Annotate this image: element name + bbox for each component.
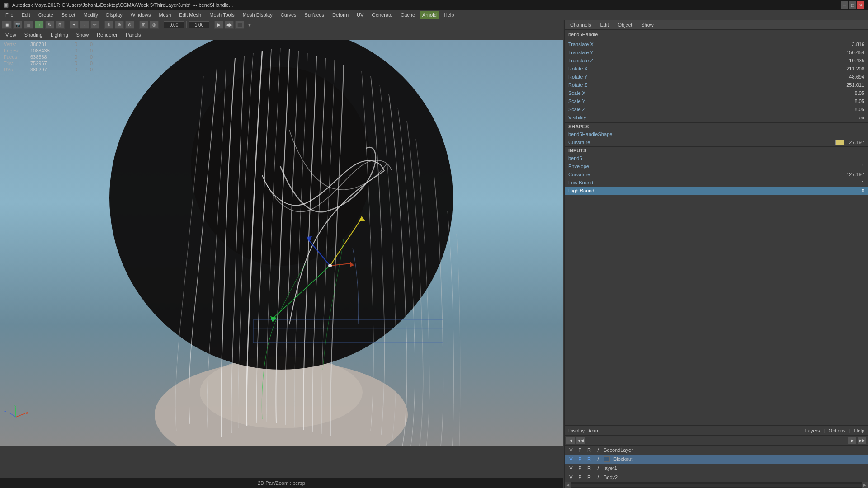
channel-visibility[interactable]: Visibility on [565,113,868,122]
scroll-left[interactable]: ◀ [565,482,571,488]
bottom-scrollbar[interactable]: ◀ ▶ [565,482,868,488]
channel-translate-z[interactable]: Translate Z -10.435 [565,56,868,65]
menu-surfaces[interactable]: Surfaces [301,11,328,19]
layer-row-body2[interactable]: V P R / Body2 [565,473,868,482]
input-curvature[interactable]: Curvature 127.197 [565,170,868,178]
layer-r-3[interactable]: R [585,465,593,471]
toolbar-btn-move[interactable]: ↕ [35,21,44,29]
input-low-bound[interactable]: Low Bound -1 [565,178,868,187]
layer-v-3[interactable]: V [567,465,575,471]
input-envelope[interactable]: Envelope 1 [565,162,868,170]
sec-renderer[interactable]: Renderer [93,31,121,38]
svg-text:x: x [26,411,28,415]
sec-view[interactable]: View [2,31,20,38]
ch-tab-show[interactable]: Show [639,21,656,28]
toolbar-btn-3[interactable]: ||| [24,21,33,29]
ch-tab-object[interactable]: Object [616,21,634,28]
input-high-bound[interactable]: High Bound 0 [565,187,868,195]
close-button[interactable]: ✕ [857,1,864,9]
toolbar-btn-select[interactable]: ✦ [70,21,79,29]
minimize-button[interactable]: ─ [841,1,848,9]
layer-tool-prev[interactable]: ◀ [566,437,575,444]
layer-tool-next[interactable]: ▶ [848,437,856,444]
layer-tool-next2[interactable]: ▶▶ [858,437,866,444]
channel-rotate-y[interactable]: Rotate Y 48.694 [565,73,868,81]
sec-lighting[interactable]: Lighting [47,31,72,38]
menu-curves[interactable]: Curves [277,11,300,19]
menu-edit[interactable]: Edit [18,11,34,19]
toolbar-btn-render2[interactable]: ◀▶ [225,21,234,29]
titlebar-controls[interactable]: ─ □ ✕ [841,1,864,9]
menu-deform[interactable]: Deform [329,11,352,19]
toolbar-btn-snap2[interactable]: ⊗ [115,21,124,29]
scroll-track[interactable] [571,484,862,487]
toolbar-btn-rotate[interactable]: ↻ [45,21,54,29]
sec-shading[interactable]: Shading [21,31,46,38]
toolbar-btn-1[interactable]: ◼ [2,21,12,29]
ch-tab-edit[interactable]: Edit [598,21,610,28]
toolbar-btn-render1[interactable]: ▶ [214,21,223,29]
layer-p-3[interactable]: P [576,465,584,471]
layer-row-blockout[interactable]: V P R / Blockout [565,455,868,464]
ch-tab-channels[interactable]: Channels [568,21,593,28]
layer-tool-prev2[interactable]: ◀◀ [576,437,585,444]
menu-create[interactable]: Create [35,11,57,19]
layer-v-1[interactable]: V [567,447,575,453]
channel-translate-x[interactable]: Translate X 3.816 [565,40,868,48]
menu-modify[interactable]: Modify [80,11,101,19]
menu-edit-mesh[interactable]: Edit Mesh [175,11,205,19]
toolbar-btn-scale[interactable]: ⊞ [56,21,65,29]
layer-r-2[interactable]: R [585,456,593,462]
toolbar-input-val1[interactable]: 0.00 [164,21,184,28]
menu-cache[interactable]: Cache [397,11,419,19]
menu-display[interactable]: Display [103,11,126,19]
layer-v-2[interactable]: V [567,456,575,462]
menu-generate[interactable]: Generate [368,11,396,19]
scroll-right[interactable]: ▶ [862,482,868,488]
channel-rotate-x[interactable]: Rotate X 211.208 [565,65,868,73]
display-tab-layers[interactable]: Layers [805,428,820,433]
toolbar-btn-render3[interactable]: ⬛ [235,21,244,29]
shapes-name-row[interactable]: bend5HandleShape [565,130,868,138]
channel-scale-x[interactable]: Scale X 8.05 [565,89,868,97]
toolbar-input-val2[interactable]: 1.00 [189,21,209,28]
menu-mesh-display[interactable]: Mesh Display [239,11,276,19]
menu-mesh-tools[interactable]: Mesh Tools [206,11,238,19]
maximize-button[interactable]: □ [849,1,856,9]
toolbar-btn-2[interactable]: 📷 [13,21,22,29]
layer-v-4[interactable]: V [567,474,575,480]
toolbar-btn-snap[interactable]: ⊕ [104,21,113,29]
menu-arnold[interactable]: Arnold [420,11,439,19]
toolbar-btn-snap3[interactable]: ⊙ [125,21,134,29]
toolbar-btn-grid[interactable]: ⊞ [139,21,148,29]
menu-windows[interactable]: Windows [127,11,155,19]
menu-mesh[interactable]: Mesh [155,11,175,19]
channel-scale-y[interactable]: Scale Y 8.05 [565,97,868,105]
display-tab-display[interactable]: Display [568,428,585,433]
layer-r-1[interactable]: R [585,447,593,453]
display-tab-anim[interactable]: Anim [588,428,599,433]
menu-help[interactable]: Help [440,11,458,19]
channel-scale-z[interactable]: Scale Z 8.05 [565,105,868,113]
layer-p-1[interactable]: P [576,447,584,453]
inputs-name-row[interactable]: bend5 [565,154,868,162]
sec-show[interactable]: Show [73,31,93,38]
menu-select[interactable]: Select [58,11,79,19]
toolbar-btn-paint[interactable]: ✏ [90,21,99,29]
toolbar-btn-cam[interactable]: ◎ [150,21,159,29]
layer-r-4[interactable]: R [585,474,593,480]
toolbar-btn-lasso[interactable]: ○ [80,21,89,29]
sec-panels[interactable]: Panels [122,31,145,38]
channel-rotate-z[interactable]: Rotate Z 251.011 [565,81,868,89]
layer-row-layer1[interactable]: V P R / layer1 [565,464,868,473]
display-tab-help[interactable]: Help [854,428,864,433]
channel-translate-y[interactable]: Translate Y 150.454 [565,48,868,56]
layer-p-4[interactable]: P [576,474,584,480]
layer-row-secondlayer[interactable]: V P R / SecondLayer [565,446,868,455]
layer-p-2[interactable]: P [576,456,584,462]
display-tab-options[interactable]: Options [829,428,846,433]
3d-viewport[interactable]: + x y z [0,40,563,446]
menu-file[interactable]: File [2,11,17,19]
curvature-row-shapes[interactable]: Curvature 127.197 [565,138,868,146]
menu-uv[interactable]: UV [353,11,367,19]
